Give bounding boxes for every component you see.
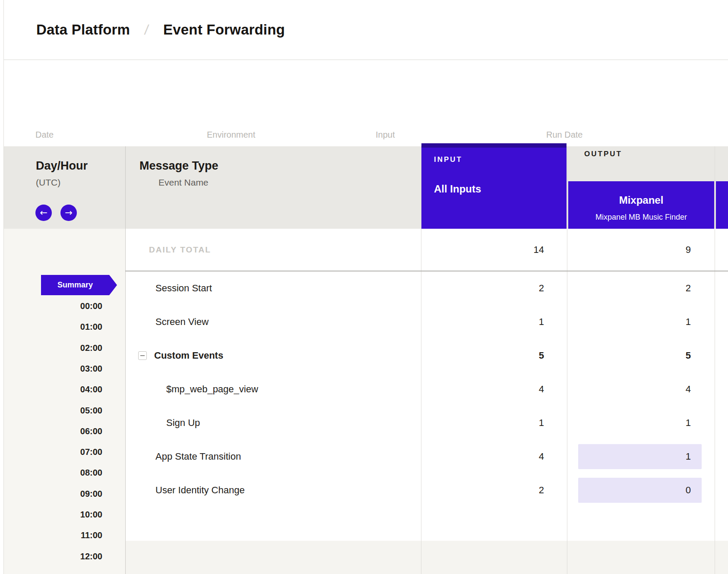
input-column-block[interactable]: INPUT All Inputs xyxy=(421,143,567,229)
partial-column-cell xyxy=(715,271,728,305)
hour-label[interactable]: 08:00 xyxy=(80,467,102,479)
breadcrumb-separator: / xyxy=(144,22,150,38)
table-row: $mp_web_page_view44 xyxy=(125,372,728,406)
output-count-cell: 2 xyxy=(567,271,715,305)
previous-day-button[interactable]: ← xyxy=(35,205,52,221)
hour-label[interactable]: 03:00 xyxy=(80,363,102,375)
output-count-cell: 1 xyxy=(567,406,715,440)
table-row: Screen View11 xyxy=(125,305,728,339)
row-label: Custom Events xyxy=(154,350,223,361)
hour-label[interactable]: 01:00 xyxy=(80,321,102,333)
highlighted-cell[interactable] xyxy=(578,478,702,503)
input-count-cell: 5 xyxy=(421,339,567,372)
output-name: Mixpanel xyxy=(568,194,714,206)
table-row: Sign Up11 xyxy=(125,406,728,440)
input-count-cell: 2 xyxy=(421,473,567,507)
table-row: Session Start22 xyxy=(125,271,728,305)
page-left-border xyxy=(3,0,4,574)
output-count: 1 xyxy=(686,417,691,429)
breadcrumb-section[interactable]: Data Platform xyxy=(36,22,130,38)
table-footer-area xyxy=(125,541,728,574)
output-count: 4 xyxy=(686,384,691,395)
row-label: $mp_web_page_view xyxy=(166,384,258,395)
row-label: User Identity Change xyxy=(155,485,245,496)
hour-label[interactable]: 09:00 xyxy=(80,488,102,500)
row-label: App State Transition xyxy=(155,451,241,462)
table-row: Custom Events55 xyxy=(125,339,728,372)
row-label: Screen View xyxy=(155,316,209,328)
input-count: 4 xyxy=(539,384,544,395)
input-count: 2 xyxy=(539,283,544,294)
day-hour-sidebar: Summary 00:0001:0002:0003:0004:0005:0006… xyxy=(4,229,125,574)
summary-flag[interactable]: Summary xyxy=(41,275,117,295)
output-count: 5 xyxy=(686,350,691,361)
output-count: 2 xyxy=(686,283,691,294)
hour-label[interactable]: 02:00 xyxy=(80,342,102,354)
hour-label[interactable]: 12:00 xyxy=(80,550,102,562)
table-row: User Identity Change20 xyxy=(125,473,728,507)
output-subtitle: Mixpanel MB Music Finder xyxy=(568,212,714,222)
partial-column-cell xyxy=(715,406,728,440)
partial-column-cell xyxy=(715,372,728,406)
date-label: Date xyxy=(35,130,54,140)
hour-label[interactable]: 07:00 xyxy=(80,446,102,458)
input-count: 1 xyxy=(539,417,544,429)
output-column-header: OUTPUT xyxy=(584,150,622,158)
input-count-cell: 1 xyxy=(421,305,567,339)
daily-total-label: DAILY TOTAL xyxy=(125,245,211,255)
breadcrumb: Data Platform / Event Forwarding xyxy=(4,0,728,60)
input-count-cell: 4 xyxy=(421,440,567,473)
output-count: 1 xyxy=(686,316,691,328)
daily-total-row: DAILY TOTAL 14 9 xyxy=(125,229,728,271)
output-count-cell: 1 xyxy=(567,305,715,339)
message-type-title: Message Type xyxy=(139,159,218,173)
event-name-subtitle: Event Name xyxy=(158,177,209,189)
daily-total-divider xyxy=(125,271,728,271)
input-count-cell: 2 xyxy=(421,271,567,305)
column-divider xyxy=(715,146,715,574)
input-column-selection: All Inputs xyxy=(434,183,481,195)
input-column-header: INPUT xyxy=(434,155,462,164)
hour-label[interactable]: 13:00 xyxy=(80,571,102,574)
run-date-label: Run Date xyxy=(546,130,583,140)
column-divider xyxy=(125,146,126,574)
environment-label: Environment xyxy=(207,130,255,140)
hour-label[interactable]: 04:00 xyxy=(80,383,102,395)
output-count: 0 xyxy=(686,485,691,496)
hour-label[interactable]: 10:00 xyxy=(80,508,102,520)
row-label: Sign Up xyxy=(166,417,200,429)
output-mixpanel-block[interactable]: Mixpanel Mixpanel MB Music Finder xyxy=(568,181,714,229)
partial-column-cell xyxy=(715,440,728,473)
column-divider xyxy=(567,146,567,574)
filter-bar: Date 08/08/2025 Environment Development … xyxy=(4,60,728,147)
highlighted-cell[interactable] xyxy=(578,444,702,469)
output-count: 1 xyxy=(686,451,691,462)
row-label: Session Start xyxy=(155,283,212,294)
output-count-cell: 1 xyxy=(567,440,715,473)
output-count-cell: 5 xyxy=(567,339,715,372)
day-hour-title: Day/Hour xyxy=(36,159,88,173)
input-label: Input xyxy=(376,130,395,140)
daily-total-output: 9 xyxy=(686,244,691,255)
table-body: Session Start22Screen View11Custom Event… xyxy=(125,271,728,507)
hour-label[interactable]: 11:00 xyxy=(81,529,102,541)
daily-total-input: 14 xyxy=(534,244,544,255)
page-title: Event Forwarding xyxy=(163,22,285,38)
input-count: 5 xyxy=(539,350,544,361)
output-count-cell: 0 xyxy=(567,473,715,507)
hour-label[interactable]: 05:00 xyxy=(80,404,102,416)
input-count: 4 xyxy=(539,451,544,462)
input-count-cell: 1 xyxy=(421,406,567,440)
hour-label[interactable]: 00:00 xyxy=(80,300,102,312)
hour-label[interactable]: 06:00 xyxy=(80,425,102,437)
input-count: 1 xyxy=(539,316,544,328)
arrow-right-icon: → xyxy=(65,208,73,218)
event-forwarding-page: Data Platform / Event Forwarding Date 08… xyxy=(0,0,728,574)
input-count-cell: 4 xyxy=(421,372,567,406)
table-row: App State Transition41 xyxy=(125,440,728,473)
arrow-left-icon: ← xyxy=(40,208,47,218)
partial-column-cell xyxy=(715,305,728,339)
collapse-minus-icon[interactable] xyxy=(138,351,147,360)
next-day-button[interactable]: → xyxy=(60,205,77,221)
partial-column-cell xyxy=(715,473,728,507)
